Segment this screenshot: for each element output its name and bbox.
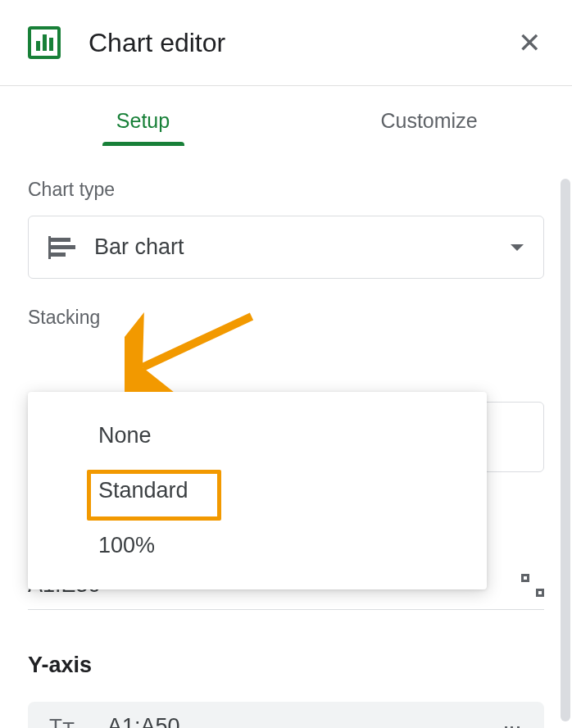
setup-panel: Chart type Bar chart Stacking bbox=[0, 146, 572, 329]
close-icon[interactable]: ✕ bbox=[515, 23, 544, 62]
scrollbar[interactable] bbox=[561, 179, 570, 721]
chevron-down-icon bbox=[511, 244, 524, 251]
bar-chart-icon bbox=[48, 236, 76, 259]
chart-type-dropdown[interactable]: Bar chart bbox=[28, 216, 544, 279]
text-type-icon: Tᴛ bbox=[49, 714, 75, 729]
stacking-label: Stacking bbox=[28, 307, 544, 329]
stacking-menu: None Standard 100% bbox=[28, 392, 487, 589]
chart-icon bbox=[28, 26, 61, 59]
editor-header: Chart editor ✕ bbox=[0, 0, 572, 86]
yaxis-section-label: Y-axis bbox=[28, 653, 92, 678]
editor-title: Chart editor bbox=[89, 28, 515, 58]
tab-setup[interactable]: Setup bbox=[0, 109, 286, 146]
stacking-option-100[interactable]: 100% bbox=[28, 518, 487, 573]
tabs: Setup Customize bbox=[0, 86, 572, 146]
select-range-icon[interactable] bbox=[521, 574, 544, 597]
more-options-icon[interactable]: ⋮ bbox=[502, 718, 523, 728]
chart-type-value: Bar chart bbox=[94, 234, 511, 260]
yaxis-row[interactable]: Tᴛ A1:A50 ⋮ bbox=[28, 702, 544, 728]
yaxis-value: A1:A50 bbox=[107, 714, 502, 729]
chart-type-label: Chart type bbox=[28, 179, 544, 201]
stacking-option-none[interactable]: None bbox=[28, 408, 487, 463]
stacking-option-standard[interactable]: Standard bbox=[28, 463, 487, 518]
tab-customize[interactable]: Customize bbox=[286, 109, 572, 146]
